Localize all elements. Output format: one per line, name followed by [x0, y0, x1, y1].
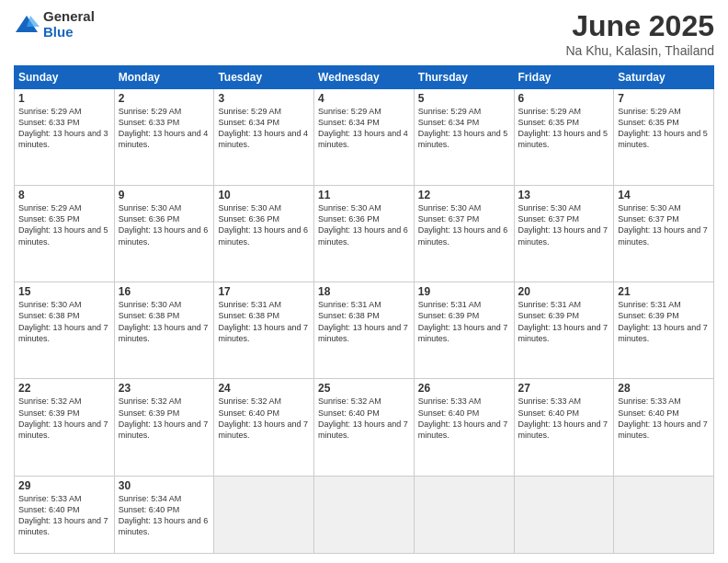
table-row: 20Sunrise: 5:31 AMSunset: 6:39 PMDayligh…: [514, 282, 614, 379]
table-row: [414, 476, 514, 553]
logo-blue: Blue: [43, 25, 95, 40]
table-row: 23Sunrise: 5:32 AMSunset: 6:39 PMDayligh…: [114, 379, 214, 476]
col-monday: Monday: [114, 66, 214, 89]
table-row: 17Sunrise: 5:31 AMSunset: 6:38 PMDayligh…: [214, 282, 314, 379]
logo-general: General: [43, 9, 95, 25]
table-row: 24Sunrise: 5:32 AMSunset: 6:40 PMDayligh…: [214, 379, 314, 476]
page: General Blue June 2025 Na Khu, Kalasin, …: [0, 0, 728, 563]
col-saturday: Saturday: [614, 66, 714, 89]
month-title: June 2025: [565, 9, 714, 43]
table-row: 1Sunrise: 5:29 AMSunset: 6:33 PMDaylight…: [15, 89, 115, 186]
calendar-week-row: 1Sunrise: 5:29 AMSunset: 6:33 PMDaylight…: [15, 89, 714, 186]
logo: General Blue: [14, 9, 95, 40]
table-row: 9Sunrise: 5:30 AMSunset: 6:36 PMDaylight…: [114, 186, 214, 282]
table-row: 11Sunrise: 5:30 AMSunset: 6:36 PMDayligh…: [314, 186, 415, 282]
table-row: 28Sunrise: 5:33 AMSunset: 6:40 PMDayligh…: [614, 379, 714, 476]
table-row: 2Sunrise: 5:29 AMSunset: 6:33 PMDaylight…: [114, 89, 214, 186]
table-row: 16Sunrise: 5:30 AMSunset: 6:38 PMDayligh…: [114, 282, 214, 379]
table-row: 26Sunrise: 5:33 AMSunset: 6:40 PMDayligh…: [414, 379, 514, 476]
table-row: [314, 476, 415, 553]
calendar-header-row: Sunday Monday Tuesday Wednesday Thursday…: [15, 66, 714, 89]
col-wednesday: Wednesday: [314, 66, 415, 89]
table-row: 6Sunrise: 5:29 AMSunset: 6:35 PMDaylight…: [514, 89, 614, 186]
table-row: 4Sunrise: 5:29 AMSunset: 6:34 PMDaylight…: [314, 89, 415, 186]
table-row: [514, 476, 614, 553]
table-row: 10Sunrise: 5:30 AMSunset: 6:36 PMDayligh…: [214, 186, 314, 282]
table-row: 30Sunrise: 5:34 AMSunset: 6:40 PMDayligh…: [114, 476, 214, 553]
col-thursday: Thursday: [414, 66, 514, 89]
table-row: 13Sunrise: 5:30 AMSunset: 6:37 PMDayligh…: [514, 186, 614, 282]
col-tuesday: Tuesday: [214, 66, 314, 89]
logo-icon: [14, 12, 40, 38]
logo-text: General Blue: [43, 9, 95, 40]
table-row: 19Sunrise: 5:31 AMSunset: 6:39 PMDayligh…: [414, 282, 514, 379]
table-row: 18Sunrise: 5:31 AMSunset: 6:38 PMDayligh…: [314, 282, 415, 379]
calendar-week-row: 8Sunrise: 5:29 AMSunset: 6:35 PMDaylight…: [15, 186, 714, 282]
title-area: June 2025 Na Khu, Kalasin, Thailand: [565, 9, 714, 58]
location: Na Khu, Kalasin, Thailand: [565, 43, 714, 58]
table-row: [614, 476, 714, 553]
table-row: 12Sunrise: 5:30 AMSunset: 6:37 PMDayligh…: [414, 186, 514, 282]
table-row: 25Sunrise: 5:32 AMSunset: 6:40 PMDayligh…: [314, 379, 415, 476]
table-row: 5Sunrise: 5:29 AMSunset: 6:34 PMDaylight…: [414, 89, 514, 186]
svg-marker-1: [27, 16, 40, 27]
table-row: 27Sunrise: 5:33 AMSunset: 6:40 PMDayligh…: [514, 379, 614, 476]
col-sunday: Sunday: [15, 66, 115, 89]
table-row: 14Sunrise: 5:30 AMSunset: 6:37 PMDayligh…: [614, 186, 714, 282]
table-row: 8Sunrise: 5:29 AMSunset: 6:35 PMDaylight…: [15, 186, 115, 282]
header: General Blue June 2025 Na Khu, Kalasin, …: [14, 9, 714, 58]
table-row: 21Sunrise: 5:31 AMSunset: 6:39 PMDayligh…: [614, 282, 714, 379]
table-row: 22Sunrise: 5:32 AMSunset: 6:39 PMDayligh…: [15, 379, 115, 476]
table-row: 15Sunrise: 5:30 AMSunset: 6:38 PMDayligh…: [15, 282, 115, 379]
table-row: 7Sunrise: 5:29 AMSunset: 6:35 PMDaylight…: [614, 89, 714, 186]
table-row: 3Sunrise: 5:29 AMSunset: 6:34 PMDaylight…: [214, 89, 314, 186]
col-friday: Friday: [514, 66, 614, 89]
calendar-week-row: 29Sunrise: 5:33 AMSunset: 6:40 PMDayligh…: [15, 476, 714, 553]
table-row: [214, 476, 314, 553]
calendar-week-row: 22Sunrise: 5:32 AMSunset: 6:39 PMDayligh…: [15, 379, 714, 476]
table-row: 29Sunrise: 5:33 AMSunset: 6:40 PMDayligh…: [15, 476, 115, 553]
calendar: Sunday Monday Tuesday Wednesday Thursday…: [14, 65, 714, 554]
calendar-week-row: 15Sunrise: 5:30 AMSunset: 6:38 PMDayligh…: [15, 282, 714, 379]
